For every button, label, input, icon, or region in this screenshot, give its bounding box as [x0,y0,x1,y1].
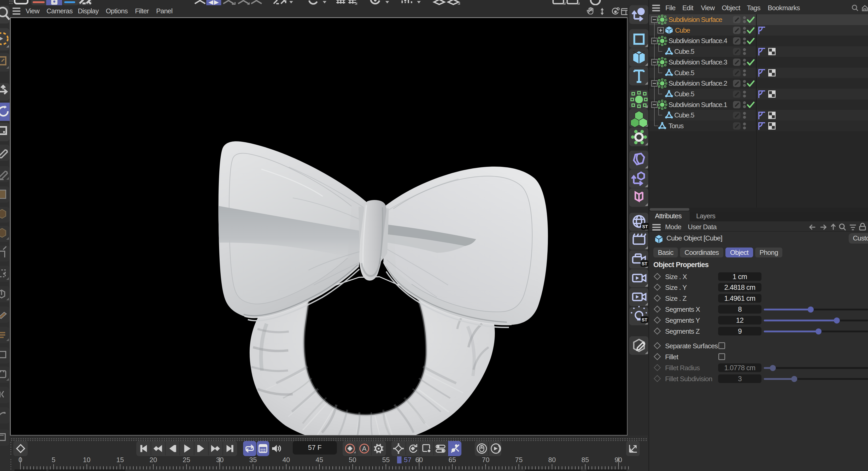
svg-text:A: A [362,445,367,452]
svg-text:10: 10 [83,456,91,464]
svg-text:50: 50 [349,456,356,464]
svg-text:0: 0 [19,456,22,464]
svg-text:75: 75 [515,456,523,464]
svg-text:90: 90 [615,456,622,464]
svg-text:ST: ST [642,224,648,229]
svg-text:80: 80 [548,456,556,464]
svg-text:ST: ST [642,261,647,266]
svg-text:25: 25 [183,456,190,464]
svg-text:65: 65 [448,456,456,464]
svg-text:ST: ST [642,317,647,322]
svg-text:70: 70 [482,456,490,464]
svg-text:57: 57 [404,456,411,464]
svg-text:40: 40 [283,456,290,464]
svg-text:30: 30 [216,456,224,464]
svg-text:60: 60 [415,456,423,464]
svg-text:5: 5 [52,456,55,464]
svg-text:55: 55 [382,456,390,464]
svg-text:20: 20 [150,456,157,464]
svg-text:85: 85 [582,456,589,464]
svg-text:45: 45 [316,456,323,464]
svg-text:15: 15 [117,456,124,464]
svg-text:35: 35 [249,456,257,464]
